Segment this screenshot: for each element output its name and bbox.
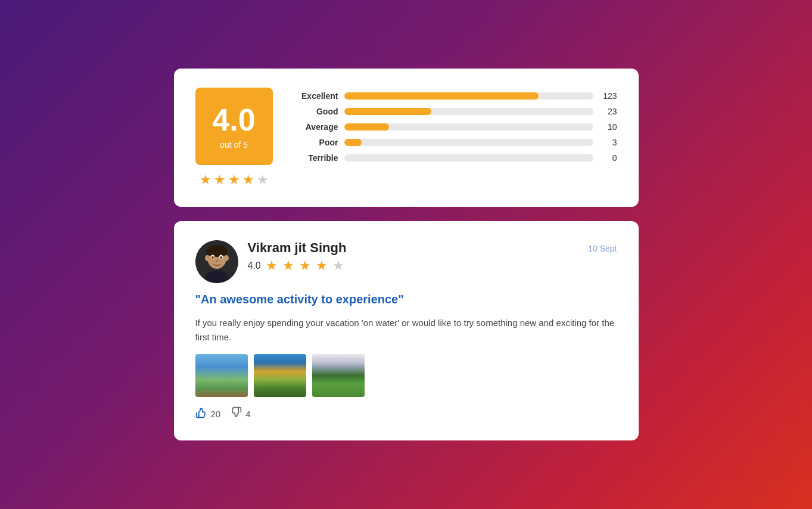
- bar-row-average: Average 10: [297, 122, 617, 132]
- review-star-1: ★: [266, 258, 278, 274]
- review-image-3[interactable]: [312, 354, 365, 397]
- bar-row-poor: Poor 3: [297, 138, 617, 147]
- star-4: ★: [242, 172, 254, 188]
- star-5: ★: [257, 172, 269, 188]
- review-images: [195, 354, 617, 397]
- review-date: 10 Sept: [588, 240, 617, 253]
- bar-row-good: Good 23: [297, 107, 617, 116]
- bar-count-excellent: 123: [599, 91, 617, 101]
- bar-track-poor: [344, 139, 593, 146]
- thumbs-down-count: 4: [245, 409, 250, 419]
- star-3: ★: [228, 172, 240, 188]
- rating-box: 4.0 out of 5: [195, 88, 273, 165]
- review-actions: 20 4: [195, 406, 617, 421]
- svg-point-9: [220, 256, 222, 259]
- rating-bars: Excellent 123 Good 23 Average 10: [297, 88, 617, 163]
- bar-row-terrible: Terrible 0: [297, 153, 617, 163]
- bar-track-excellent: [344, 92, 593, 100]
- bar-count-average: 10: [599, 122, 617, 132]
- review-star-3: ★: [299, 258, 311, 274]
- bar-label-terrible: Terrible: [297, 153, 338, 163]
- bar-track-terrible: [344, 154, 593, 162]
- bar-fill-good: [344, 108, 431, 115]
- thumbs-up-button[interactable]: 20: [195, 406, 221, 421]
- thumbs-up-icon: [195, 406, 207, 421]
- bar-track-good: [344, 108, 593, 115]
- bar-count-poor: 3: [599, 138, 617, 147]
- svg-point-10: [215, 260, 218, 262]
- star-1: ★: [200, 172, 211, 188]
- review-card: Vikram jit Singh 4.0 ★ ★ ★ ★ ★ 10 Sept "…: [174, 221, 639, 440]
- review-star-2: ★: [282, 258, 294, 274]
- review-body: If you really enjoy spending your vacati…: [195, 316, 617, 344]
- bar-label-good: Good: [297, 107, 338, 116]
- thumbs-up-count: 20: [211, 409, 221, 419]
- bar-fill-poor: [344, 139, 362, 146]
- svg-point-4: [205, 255, 210, 261]
- bar-label-excellent: Excellent: [297, 91, 338, 101]
- bar-label-poor: Poor: [297, 138, 338, 147]
- reviewer-name: Vikram jit Singh: [248, 240, 579, 256]
- review-image-1[interactable]: [195, 354, 248, 397]
- rating-stars: ★ ★ ★ ★ ★: [200, 172, 269, 188]
- svg-point-5: [224, 255, 229, 261]
- thumbs-down-button[interactable]: 4: [230, 406, 250, 421]
- review-header: Vikram jit Singh 4.0 ★ ★ ★ ★ ★ 10 Sept: [195, 240, 617, 283]
- bar-count-good: 23: [599, 107, 617, 116]
- avatar-image: [195, 240, 238, 283]
- bar-label-average: Average: [297, 122, 338, 132]
- review-title: "An awesome activity to experience": [195, 293, 617, 306]
- star-2: ★: [214, 172, 226, 188]
- reviewer-score: 4.0: [248, 260, 261, 271]
- rating-score: 4.0: [212, 103, 255, 137]
- rating-out-of: out of 5: [220, 140, 248, 150]
- avatar: [195, 240, 238, 283]
- bar-row-excellent: Excellent 123: [297, 91, 617, 101]
- bar-track-average: [344, 123, 593, 131]
- review-image-2[interactable]: [254, 354, 306, 397]
- bar-count-terrible: 0: [599, 153, 617, 163]
- thumbs-down-icon: [230, 406, 242, 421]
- review-star-5: ★: [332, 258, 344, 274]
- reviewer-rating-row: 4.0 ★ ★ ★ ★ ★: [248, 258, 579, 274]
- rating-summary-content: 4.0 out of 5 ★ ★ ★ ★ ★ Excellent 123 Goo…: [195, 88, 617, 188]
- rating-summary-card: 4.0 out of 5 ★ ★ ★ ★ ★ Excellent 123 Goo…: [174, 69, 639, 207]
- bar-fill-excellent: [344, 92, 539, 100]
- review-star-4: ★: [316, 258, 328, 274]
- svg-point-8: [211, 256, 214, 259]
- reviewer-info: Vikram jit Singh 4.0 ★ ★ ★ ★ ★: [248, 240, 579, 274]
- svg-rect-3: [207, 251, 227, 256]
- bar-fill-average: [344, 123, 389, 131]
